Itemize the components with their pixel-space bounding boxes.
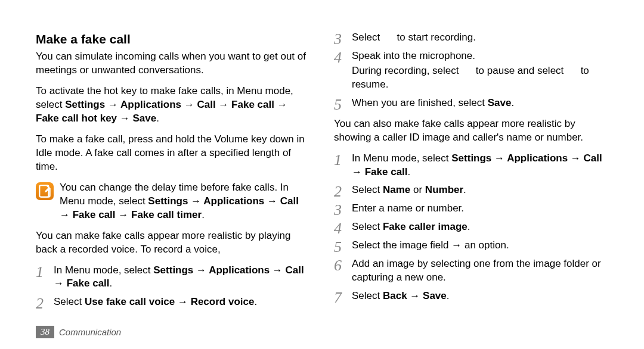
page-number: 38 xyxy=(36,326,54,338)
steps-record-cont: Select to start recording. Speak into th… xyxy=(334,31,608,110)
step: In Menu mode, select Settings → Applicat… xyxy=(36,264,310,291)
step: When you are finished, select Save. xyxy=(334,96,608,110)
right-column: Select to start recording. Speak into th… xyxy=(334,31,608,316)
page-content: Make a fake call You can simulate incomi… xyxy=(0,0,644,316)
path-bold: Use fake call voice → Record voice xyxy=(85,296,254,307)
text: During recording, select to pause and se… xyxy=(352,64,608,92)
note-icon xyxy=(36,182,54,200)
text: Speak into the microphone. xyxy=(352,50,475,61)
record-intro: You can make fake calls appear more real… xyxy=(36,229,310,257)
intro-paragraph: You can simulate incoming calls when you… xyxy=(36,50,310,77)
step: Select Name or Number. xyxy=(334,183,608,197)
text: or xyxy=(410,184,425,195)
text-bold: Number xyxy=(425,184,463,195)
step: Add an image by selecting one from the i… xyxy=(334,257,608,285)
step: Select the image field → an option. xyxy=(334,239,608,253)
text: . xyxy=(156,113,159,124)
step: Speak into the microphone. During record… xyxy=(334,49,608,92)
text: Select xyxy=(54,296,85,307)
text: In Menu mode, select xyxy=(352,152,451,164)
note-block: You can change the delay time before fak… xyxy=(36,181,310,222)
callerid-intro: You can also make fake calls appear more… xyxy=(334,117,608,145)
footer-section: Communication xyxy=(59,327,121,337)
text-bold: Fake caller image xyxy=(383,221,467,232)
text: . xyxy=(202,209,205,220)
path-bold: Settings → Applications → Call → Fake ca… xyxy=(36,99,287,124)
text: . xyxy=(467,221,470,232)
step: Enter a name or number. xyxy=(334,202,608,216)
text: In Menu mode, select xyxy=(54,264,153,276)
left-column: Make a fake call You can simulate incomi… xyxy=(36,31,310,316)
text: Select xyxy=(352,221,383,232)
step: Select Fake caller image. xyxy=(334,220,608,234)
page-footer: 38 Communication xyxy=(36,326,121,338)
text: . xyxy=(110,278,113,289)
note-text: You can change the delay time before fak… xyxy=(60,181,310,222)
text: . xyxy=(447,290,450,301)
step: Select Use fake call voice → Record voic… xyxy=(36,295,310,309)
steps-callerid: In Menu mode, select Settings → Applicat… xyxy=(334,152,608,303)
text: Select xyxy=(352,290,383,301)
text-bold: Back → Save xyxy=(383,290,447,301)
text: . xyxy=(254,296,257,307)
activate-paragraph: To activate the hot key to make fake cal… xyxy=(36,85,310,126)
steps-record: In Menu mode, select Settings → Applicat… xyxy=(36,264,310,310)
step: In Menu mode, select Settings → Applicat… xyxy=(334,152,608,179)
howto-paragraph: To make a fake call, press and hold the … xyxy=(36,133,310,174)
text-bold: Save xyxy=(488,97,512,108)
text: . xyxy=(463,184,466,195)
step: Select to start recording. xyxy=(334,31,608,45)
text: Select xyxy=(352,184,383,195)
text: . xyxy=(408,166,411,177)
step: Select Back → Save. xyxy=(334,289,608,303)
text: When you are finished, select xyxy=(352,97,488,108)
section-heading: Make a fake call xyxy=(36,31,310,48)
text-bold: Name xyxy=(383,184,410,195)
text: . xyxy=(511,97,514,108)
